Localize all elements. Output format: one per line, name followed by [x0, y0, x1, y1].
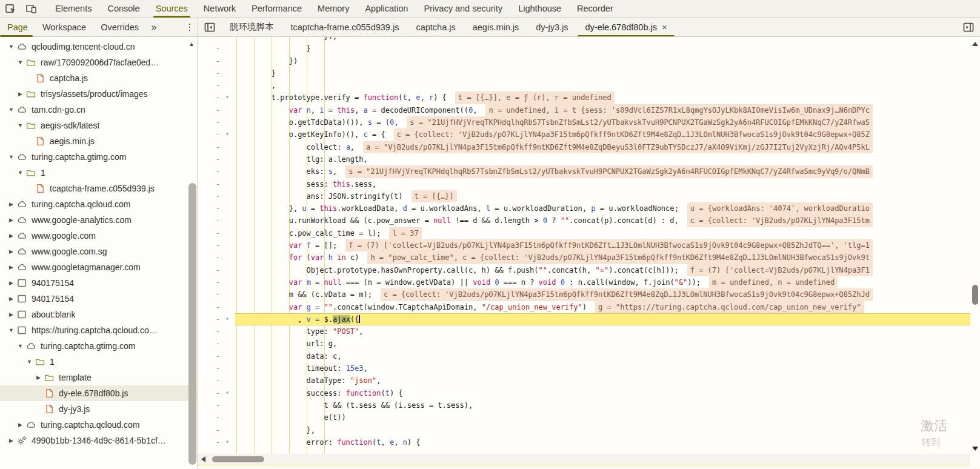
chevron-right-icon[interactable]: ▶ — [6, 437, 16, 444]
panel-tab-application[interactable]: Application — [357, 0, 416, 17]
code-line[interactable]: -▼ success: function(t) { — [198, 387, 970, 399]
file-tab-item[interactable]: 脱环境脚本 — [221, 18, 282, 36]
navigator-tab-workspace[interactable]: Workspace — [35, 18, 93, 36]
show-debugger-sidebar-button[interactable] — [958, 18, 979, 36]
code-line[interactable]: - , — [198, 79, 970, 91]
panel-tab-network[interactable]: Network — [196, 0, 244, 17]
code-line[interactable]: - }, u = this.workLoadData, d = u.worklo… — [198, 202, 970, 215]
breakpoint-gutter[interactable]: -▼ — [198, 91, 235, 104]
tree-item-www-googletagmanager-com[interactable]: ▶www.googletagmanager.com — [0, 259, 197, 275]
tree-item-940175154[interactable]: ▶940175154 — [0, 275, 197, 291]
breakpoint-gutter[interactable]: - — [198, 37, 235, 42]
file-tab-dy-jy3-js[interactable]: dy-jy3.js — [527, 18, 576, 36]
scroll-up-icon[interactable] — [972, 42, 978, 46]
chevron-right-icon[interactable]: ▶ — [6, 311, 16, 318]
breakpoint-gutter[interactable]: - — [198, 325, 235, 338]
code-line[interactable]: -▼ o.getKeyInfo)(), c = {c = {collect: '… — [198, 128, 970, 141]
code-line[interactable]: - var g = "".concat(window.TCaptchaApiDo… — [198, 301, 970, 313]
scroll-left-icon[interactable] — [201, 456, 205, 462]
panel-tab-sources[interactable]: Sources — [148, 0, 196, 17]
chevron-right-icon[interactable]: ▶ — [15, 422, 25, 428]
tree-item-tcaptcha-frame-c055d939-js[interactable]: tcaptcha-frame.c055d939.js — [0, 181, 197, 196]
code-line[interactable]: - }), — [198, 37, 970, 42]
code-line[interactable]: - e(t)) — [198, 411, 970, 424]
code-line[interactable]: - for (var h in c)h = "pow_calc_time", c… — [198, 251, 970, 264]
panel-tab-recorder[interactable]: Recorder — [569, 0, 621, 17]
file-tab-captcha-js[interactable]: captcha.js — [407, 18, 464, 36]
chevron-down-icon[interactable]: ▼ — [15, 122, 25, 128]
hide-navigator-button[interactable] — [198, 18, 221, 36]
chevron-right-icon[interactable]: ▶ — [15, 91, 25, 97]
chevron-down-icon[interactable]: ▼ — [15, 343, 25, 349]
chevron-down-icon[interactable]: ▼ — [6, 154, 16, 160]
breakpoint-gutter[interactable]: - — [198, 362, 235, 374]
breakpoint-gutter[interactable]: - — [198, 153, 235, 165]
horizontal-scroll-thumb[interactable] — [212, 456, 264, 462]
chevron-right-icon[interactable]: ▶ — [6, 201, 16, 207]
tree-item-aegis-min-js[interactable]: aegis.min.js — [0, 133, 197, 149]
breakpoint-gutter[interactable]: - — [198, 202, 235, 215]
tree-item-qcloudimg-tencent-cloud-cn[interactable]: ▼qcloudimg.tencent-cloud.cn — [0, 39, 197, 55]
breakpoint-gutter[interactable]: - — [198, 276, 235, 288]
fold-arrow-icon[interactable]: ▼ — [225, 128, 230, 141]
tree-item-4990b1bb-1346-4d9c-8614-5b1cf[interactable]: ▶4990b1bb-1346-4d9c-8614-5b1cf… — [0, 433, 197, 448]
navigator-tab-overrides[interactable]: Overrides — [93, 18, 146, 36]
code-line[interactable]: - type: "POST", — [198, 325, 970, 338]
fold-arrow-icon[interactable]: ▼ — [225, 387, 230, 399]
breakpoint-gutter[interactable]: - — [198, 350, 235, 362]
chevron-down-icon[interactable]: ▼ — [6, 327, 16, 333]
device-toolbar-button[interactable] — [21, 0, 41, 17]
code-line[interactable]: - var f = [];f = (7) ['collect=VjB2uds/p… — [198, 239, 970, 251]
chevron-right-icon[interactable]: ▶ — [6, 280, 16, 286]
more-tabs-button[interactable]: » — [146, 18, 162, 36]
inspect-element-button[interactable] — [0, 0, 21, 17]
tree-item-https-turing-captcha-qcloud-co[interactable]: ▼https://turing.captcha.qcloud.co… — [0, 322, 197, 338]
breakpoint-gutter[interactable]: - — [198, 190, 235, 202]
breakpoint-gutter[interactable]: -▼ — [198, 313, 235, 325]
close-icon[interactable]: × — [662, 22, 667, 32]
file-tab-aegis-min-js[interactable]: aegis.min.js — [464, 18, 528, 36]
breakpoint-gutter[interactable]: - — [198, 338, 235, 350]
breakpoint-gutter[interactable]: - — [198, 424, 235, 436]
file-tab-tcaptcha-frame-c055d939-js[interactable]: tcaptcha-frame.c055d939.js — [282, 18, 408, 36]
tree-item-tam-cdn-go-cn[interactable]: ▼tam.cdn-go.cn — [0, 102, 197, 118]
code-line[interactable]: -▼ error: function(t, e, n) { — [198, 436, 970, 448]
tree-item-940175154[interactable]: ▶940175154 — [0, 291, 197, 307]
tree-item-1[interactable]: ▼1 — [0, 165, 197, 181]
chevron-down-icon[interactable]: ▼ — [15, 59, 25, 65]
breakpoint-gutter[interactable]: - — [198, 288, 235, 301]
panel-tab-memory[interactable]: Memory — [310, 0, 357, 17]
tree-item-turing-captcha-qcloud-com[interactable]: ▶turing.captcha.qcloud.com — [0, 196, 197, 212]
breakpoint-gutter[interactable]: - — [198, 165, 235, 178]
code-line[interactable]: - dataType: "json", — [198, 374, 970, 387]
vertical-scroll-thumb[interactable] — [972, 285, 978, 305]
chevron-right-icon[interactable]: ▶ — [6, 296, 16, 302]
navigator-tab-page[interactable]: Page — [0, 18, 35, 36]
breakpoint-gutter[interactable]: - — [198, 42, 235, 55]
code-line[interactable]: - var n, i = this, a = decodeURIComponen… — [198, 104, 970, 116]
code-line[interactable]: - u.runWorkload && (c.pow_answer = null … — [198, 215, 970, 227]
code-line[interactable]: - m && (c.vData = m);c = {collect: 'VjB2… — [198, 288, 970, 301]
fold-arrow-icon[interactable]: ▼ — [225, 313, 230, 325]
chevron-down-icon[interactable]: ▼ — [6, 107, 16, 113]
code-line[interactable]: - ans: JSON.stringify(t)t = [{…}] — [198, 190, 970, 202]
breakpoint-gutter[interactable]: - — [198, 411, 235, 424]
tree-item-turing-captcha-gtimg-com[interactable]: ▼turing.captcha.gtimg.com — [0, 338, 197, 354]
tree-item-turing-captcha-qcloud-com[interactable]: ▶turing.captcha.qcloud.com — [0, 417, 197, 433]
breakpoint-gutter[interactable]: -▼ — [198, 128, 235, 141]
breakpoint-gutter[interactable]: - — [198, 399, 235, 411]
code-line[interactable]: - }) — [198, 55, 970, 67]
code-line[interactable]: -▼ t.prototype.verify = function(t, e, r… — [198, 91, 970, 104]
breakpoint-gutter[interactable]: -▼ — [198, 436, 235, 448]
code-line[interactable]: - timeout: 15e3, — [198, 362, 970, 374]
execution-line[interactable]: -▼ , v = $.ajax({ — [198, 313, 970, 325]
tree-item-aegis-sdk-latest[interactable]: ▼aegis-sdk/latest — [0, 118, 197, 133]
chevron-right-icon[interactable]: ▶ — [6, 233, 16, 239]
breakpoint-gutter[interactable]: - — [198, 239, 235, 251]
chevron-down-icon[interactable]: ▼ — [6, 44, 16, 50]
code-line[interactable]: - data: c, — [198, 350, 970, 362]
code-editor[interactable]: - }),- }- })- }- ,-▼ t.prototype.verify … — [198, 37, 980, 469]
tree-item-dy-ele-678df80b-js[interactable]: dy-ele.678df80b.js — [0, 385, 197, 401]
tree-item-template[interactable]: ▶template — [0, 370, 197, 385]
fold-arrow-icon[interactable]: ▼ — [225, 91, 230, 104]
